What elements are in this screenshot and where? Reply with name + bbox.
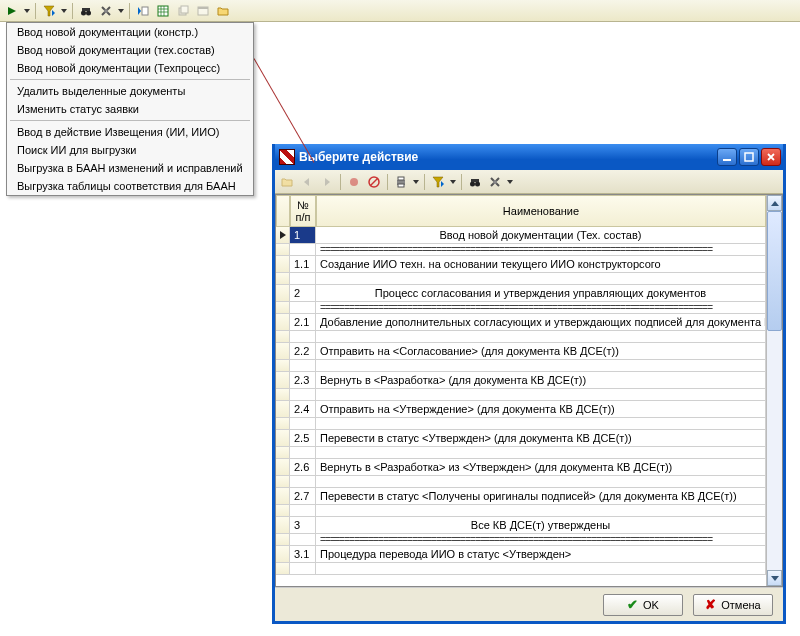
menu-item-change-status[interactable]: Изменить статус заявки (7, 100, 253, 118)
header-num[interactable]: № п/п (290, 195, 316, 227)
nav-fwd-icon[interactable] (318, 173, 336, 191)
row-title: Вернуть в <Разработка> из <Утвержден> (д… (316, 459, 766, 476)
history-icon[interactable] (174, 2, 192, 20)
play-dropdown-arrow[interactable] (23, 9, 31, 13)
tools2-dropdown-arrow[interactable] (506, 180, 514, 184)
row-num: 2.2 (290, 343, 316, 360)
menu-item-search-ii[interactable]: Поиск ИИ для выгрузки (7, 141, 253, 159)
row-title: Все КВ ДСЕ(т) утверждены (316, 517, 766, 534)
menu-item-export-baan[interactable]: Выгрузка в БААН изменений и исправлений (7, 159, 253, 177)
filter2-icon[interactable] (429, 173, 447, 191)
menu-separator (10, 120, 250, 121)
spreadsheet-icon[interactable] (154, 2, 172, 20)
dialog-title: Выберите действие (299, 150, 717, 164)
nav-back-icon[interactable] (298, 173, 316, 191)
row-marker (276, 546, 290, 563)
grid-body[interactable]: 1Ввод новой документации (Тех. состав)==… (276, 227, 766, 586)
filter-dropdown-arrow[interactable] (60, 9, 68, 13)
close-button[interactable] (761, 148, 781, 166)
svg-marker-10 (138, 7, 141, 15)
goto-icon[interactable] (134, 2, 152, 20)
record-icon[interactable] (345, 173, 363, 191)
table-row[interactable]: 2.5Перевести в статус <Утвержден> (для д… (276, 430, 766, 447)
svg-marker-9 (118, 9, 124, 13)
menu-item-delete[interactable]: Удалить выделенные документы (7, 82, 253, 100)
scroll-track[interactable] (767, 211, 782, 570)
tools-icon[interactable] (97, 2, 115, 20)
menu-item-activate-notice[interactable]: Ввод в действие Извещения (ИИ, ИИО) (7, 123, 253, 141)
spacer-row (276, 447, 766, 459)
spacer-row (276, 505, 766, 517)
row-marker (276, 488, 290, 505)
svg-rect-17 (723, 159, 731, 161)
menu-item-export-table[interactable]: Выгрузка таблицы соответствия для БААН (7, 177, 253, 195)
row-title: Процесс согласования и утверждения управ… (316, 285, 766, 302)
spacer-row (276, 389, 766, 401)
grid-header: № п/п Наименование (276, 195, 766, 227)
row-num: 3 (290, 517, 316, 534)
folder-icon[interactable] (214, 2, 232, 20)
ok-button[interactable]: ✔ OK (603, 594, 683, 616)
tools2-icon[interactable] (486, 173, 504, 191)
print-icon[interactable] (392, 173, 410, 191)
table-row[interactable]: 2.6Вернуть в <Разработка> из <Утвержден>… (276, 459, 766, 476)
filter2-dropdown-arrow[interactable] (449, 180, 457, 184)
dialog-button-bar: ✔ OK ✘ Отмена (275, 587, 783, 621)
header-marker[interactable] (276, 195, 290, 227)
binoculars2-icon[interactable] (466, 173, 484, 191)
scroll-up-button[interactable] (767, 195, 782, 211)
svg-marker-29 (441, 181, 444, 187)
row-title: Перевести в статус <Получены оригиналы п… (316, 488, 766, 505)
table-row[interactable]: 2.3Вернуть в <Разработка> (для документа… (276, 372, 766, 389)
table-row[interactable]: 3.1Процедура перевода ИИО в статус <Утве… (276, 546, 766, 563)
maximize-button[interactable] (739, 148, 759, 166)
card-icon[interactable] (194, 2, 212, 20)
grid-container: № п/п Наименование 1Ввод новой документа… (275, 194, 783, 587)
spacer-row (276, 360, 766, 372)
row-title: Добавление дополнительных согласующих и … (316, 314, 766, 331)
minimize-button[interactable] (717, 148, 737, 166)
menu-item-doc-tech[interactable]: Ввод новой документации (тех.состав) (7, 41, 253, 59)
row-marker (276, 256, 290, 273)
row-num: 2.4 (290, 401, 316, 418)
row-num: 2 (290, 285, 316, 302)
svg-rect-12 (158, 6, 168, 16)
print-dropdown-arrow[interactable] (412, 180, 420, 184)
svg-point-31 (470, 181, 475, 186)
main-toolbar (0, 0, 800, 22)
separator-row: ========================================… (276, 302, 766, 314)
row-title: Ввод новой документации (Тех. состав) (316, 227, 766, 244)
svg-marker-4 (61, 9, 67, 13)
binoculars-icon[interactable] (77, 2, 95, 20)
spacer-row (276, 273, 766, 285)
play-icon[interactable] (3, 2, 21, 20)
svg-point-8 (104, 9, 108, 13)
row-title: Перевести в статус <Утвержден> (для доку… (316, 430, 766, 447)
table-row[interactable]: 2.4Отправить на <Утверждение> (для докум… (276, 401, 766, 418)
svg-point-21 (350, 178, 358, 186)
scroll-thumb[interactable] (767, 211, 782, 331)
scroll-down-button[interactable] (767, 570, 782, 586)
row-marker (276, 227, 290, 244)
svg-marker-30 (450, 180, 456, 184)
vertical-scrollbar[interactable] (766, 195, 782, 586)
open-icon[interactable] (278, 173, 296, 191)
row-num: 2.1 (290, 314, 316, 331)
row-marker (276, 285, 290, 302)
cancel-button[interactable]: ✘ Отмена (693, 594, 773, 616)
table-row[interactable]: 2Процесс согласования и утверждения упра… (276, 285, 766, 302)
dialog-titlebar[interactable]: Выберите действие (275, 144, 783, 170)
menu-item-doc-constr[interactable]: Ввод новой документации (констр.) (7, 23, 253, 41)
stop-icon[interactable] (365, 173, 383, 191)
separator-row: ========================================… (276, 244, 766, 256)
table-row[interactable]: 1Ввод новой документации (Тех. состав) (276, 227, 766, 244)
table-row[interactable]: 1.1Создание ИИО техн. на основании текущ… (276, 256, 766, 273)
menu-item-doc-techprocess[interactable]: Ввод новой документации (Техпроцесс) (7, 59, 253, 77)
table-row[interactable]: 3Все КВ ДСЕ(т) утверждены (276, 517, 766, 534)
table-row[interactable]: 2.1Добавление дополнительных согласующих… (276, 314, 766, 331)
header-name[interactable]: Наименование (316, 195, 766, 227)
table-row[interactable]: 2.7Перевести в статус <Получены оригинал… (276, 488, 766, 505)
tools-dropdown-arrow[interactable] (117, 9, 125, 13)
table-row[interactable]: 2.2Отправить на <Согласование> (для доку… (276, 343, 766, 360)
filter-icon[interactable] (40, 2, 58, 20)
